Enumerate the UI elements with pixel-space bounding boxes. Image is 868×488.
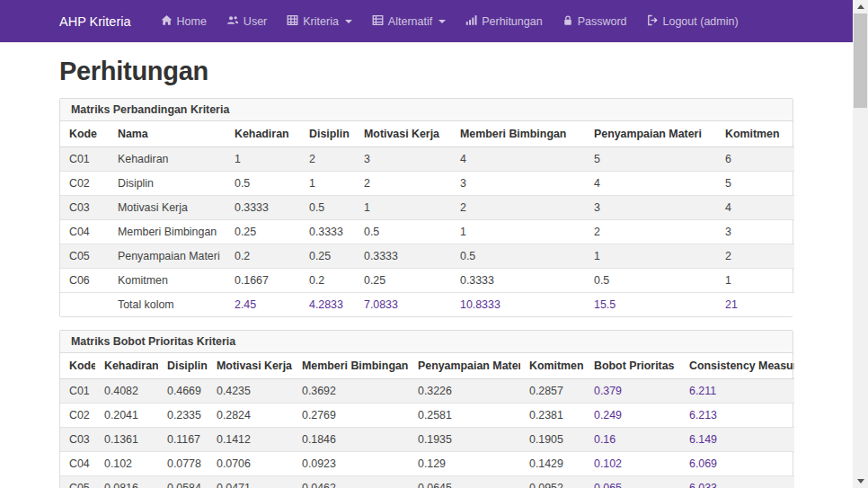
table-cell: 0.25: [226, 220, 300, 244]
table-cell: 6.213: [680, 404, 794, 428]
table-cell: 0.1167: [158, 428, 208, 452]
table-cell: 0.5: [355, 220, 451, 244]
table-cell: 21: [716, 293, 794, 317]
brand-link[interactable]: AHP Kriteria: [59, 14, 131, 29]
table-cell: 3: [451, 172, 585, 196]
table-cell: 0.2: [226, 244, 300, 269]
table-cell: 0.0645: [409, 476, 520, 488]
logout-icon: [647, 14, 659, 29]
column-header: Penyampaian Materi: [585, 121, 716, 147]
table-cell: Penyampaian Materi: [109, 244, 226, 269]
table-cell: 0.3333: [226, 196, 300, 220]
scrollbar-up-arrow[interactable]: [853, 0, 868, 13]
column-header: Kode: [60, 353, 95, 379]
column-header: Komitmen: [716, 121, 794, 147]
column-header: Consistency Measure: [680, 353, 794, 379]
table-cell: C04: [60, 452, 95, 476]
table-row: C05Penyampaian Materi0.20.250.33330.512: [60, 244, 794, 269]
table-row: C03Motivasi Kerja0.33330.51234: [60, 196, 794, 220]
table-cell: Total kolom: [109, 293, 226, 317]
table-cell: 0.379: [585, 379, 680, 404]
table-cell: 0.3333: [300, 220, 355, 244]
column-header: Nama: [109, 121, 226, 147]
nav-item-kriteria[interactable]: Kriteria: [277, 9, 362, 34]
table-cell: 5: [585, 147, 716, 172]
table-cell: 1: [585, 244, 716, 269]
table-row: C030.13610.11670.14120.18460.19350.19050…: [60, 428, 794, 452]
table-cell: 6.033: [680, 476, 794, 488]
table-cell: 0.2581: [409, 404, 520, 428]
table-cell: C02: [60, 404, 95, 428]
table-row: C02Disiplin0.512345: [60, 172, 794, 196]
column-header: Disiplin: [158, 353, 208, 379]
table-cell: 0.1667: [226, 269, 300, 293]
table-cell: 2: [355, 172, 451, 196]
table-cell: 7.0833: [355, 293, 451, 317]
table-cell: C06: [60, 269, 109, 293]
table-cell: 0.065: [585, 476, 680, 488]
page-title: Perhitungan: [59, 57, 793, 86]
column-header: Kehadiran: [226, 121, 300, 147]
nav-item-alternatif[interactable]: Alternatif: [362, 9, 456, 34]
table-cell: Motivasi Kerja: [109, 196, 226, 220]
scrollbar-down-arrow[interactable]: [853, 475, 868, 488]
table-cell: 0.2769: [293, 404, 409, 428]
nav-item-label: User: [244, 15, 267, 28]
table-cell: 0.5: [300, 196, 355, 220]
table-cell: 3: [355, 147, 451, 172]
lock-icon: [562, 14, 573, 29]
column-header: Bobot Prioritas: [585, 353, 680, 379]
table-cell: 0.2: [300, 269, 355, 293]
table-row: C010.40820.46690.42350.36920.32260.28570…: [60, 379, 794, 404]
table-cell: 0.0471: [208, 476, 293, 488]
table-cell: [60, 293, 109, 317]
nav-item-logout[interactable]: Logout (admin): [637, 9, 748, 34]
table-cell: 0.1429: [520, 452, 585, 476]
table-cell: 6.149: [680, 428, 794, 452]
table-row: C06Komitmen0.16670.20.250.33330.51: [60, 269, 794, 293]
table-cell: 0.2381: [520, 404, 585, 428]
table-cell: 10.8333: [451, 293, 585, 317]
column-header: Motivasi Kerja: [355, 121, 451, 147]
table-cell: 0.0816: [95, 476, 158, 488]
scrollbar[interactable]: [853, 0, 868, 488]
table-cell: 4: [716, 196, 794, 220]
table-cell: 0.102: [585, 452, 680, 476]
users-icon: [226, 14, 239, 29]
table-cell: 0.4669: [158, 379, 208, 404]
table-cell: 1: [300, 172, 355, 196]
nav-item-user[interactable]: User: [217, 9, 277, 34]
table-row: Total kolom2.454.28337.083310.833315.521: [60, 293, 794, 317]
table-cell: 3: [585, 196, 716, 220]
chevron-down-icon: [438, 20, 446, 23]
card-title: Matriks Bobot Prioritas Kriteria: [60, 331, 793, 353]
table-row: C040.1020.07780.07060.09230.1290.14290.1…: [60, 452, 794, 476]
table-cell: 0.5: [226, 172, 300, 196]
table-cell: 0.129: [409, 452, 520, 476]
card-title: Matriks Perbandingan Kriteria: [60, 99, 793, 121]
table-cell: 0.25: [300, 244, 355, 269]
nav-items: Home User Kriteria Alternatif Perhitunga…: [151, 9, 748, 34]
table-cell: 3: [716, 220, 794, 244]
table-cell: 0.0584: [158, 476, 208, 488]
table-row: C01Kehadiran123456: [60, 147, 794, 172]
priority-table: Kode Kehadiran Disiplin Motivasi Kerja M…: [60, 353, 794, 488]
column-header: Penyampaian Materi: [409, 353, 520, 379]
column-header: Memberi Bimbingan: [293, 353, 409, 379]
nav-item-home[interactable]: Home: [151, 9, 217, 34]
table-cell: 0.4235: [208, 379, 293, 404]
table-cell: C05: [60, 476, 95, 488]
table-header-row: Kode Kehadiran Disiplin Motivasi Kerja M…: [60, 353, 794, 379]
table-cell: 0.2041: [95, 404, 158, 428]
table-cell: 4: [451, 147, 585, 172]
scrollbar-thumb[interactable]: [854, 13, 867, 108]
table-cell: 0.0923: [293, 452, 409, 476]
table-cell: 0.2857: [520, 379, 585, 404]
table-header-row: Kode Nama Kehadiran Disiplin Motivasi Ke…: [60, 121, 794, 147]
table-cell: Disiplin: [109, 172, 226, 196]
table-cell: 0.25: [355, 269, 451, 293]
nav-item-password[interactable]: Password: [553, 9, 637, 34]
table-row: C050.08160.05840.04710.04620.06450.09520…: [60, 476, 794, 488]
table-cell: 4.2833: [300, 293, 355, 317]
nav-item-perhitungan[interactable]: Perhitungan: [456, 9, 552, 34]
